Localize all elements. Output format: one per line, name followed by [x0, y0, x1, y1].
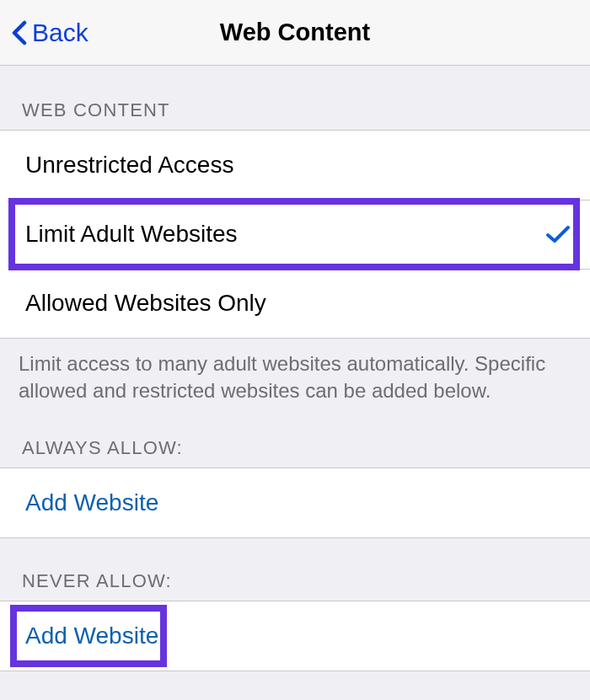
chevron-left-icon	[12, 20, 27, 45]
add-website-label: Add Website	[25, 489, 158, 516]
always-allow-group: Add Website	[0, 468, 590, 538]
back-label: Back	[32, 19, 88, 47]
option-label: Allowed Websites Only	[25, 290, 266, 317]
checkmark-icon	[546, 225, 570, 243]
option-label: Unrestricted Access	[25, 152, 233, 179]
add-website-label: Add Website	[25, 623, 158, 649]
page-title: Web Content	[0, 19, 590, 46]
option-limit-adult-websites[interactable]: Limit Adult Websites	[0, 200, 590, 269]
options-group: Unrestricted Access Limit Adult Websites…	[0, 130, 590, 339]
never-allow-group: Add Website	[0, 601, 590, 671]
option-allowed-websites-only[interactable]: Allowed Websites Only	[0, 269, 590, 338]
option-label: Limit Adult Websites	[25, 221, 238, 248]
section-header-never-allow: NEVER ALLOW:	[0, 538, 590, 601]
section-header-web-content: WEB CONTENT	[0, 66, 590, 130]
option-unrestricted-access[interactable]: Unrestricted Access	[0, 131, 590, 200]
section-header-always-allow: ALWAYS ALLOW:	[0, 414, 590, 468]
add-website-always-allow[interactable]: Add Website	[0, 468, 590, 537]
navigation-bar: Back Web Content	[0, 0, 590, 66]
section-footer-description: Limit access to many adult websites auto…	[0, 339, 590, 414]
back-button[interactable]: Back	[0, 19, 88, 47]
add-website-never-allow[interactable]: Add Website	[0, 601, 590, 671]
